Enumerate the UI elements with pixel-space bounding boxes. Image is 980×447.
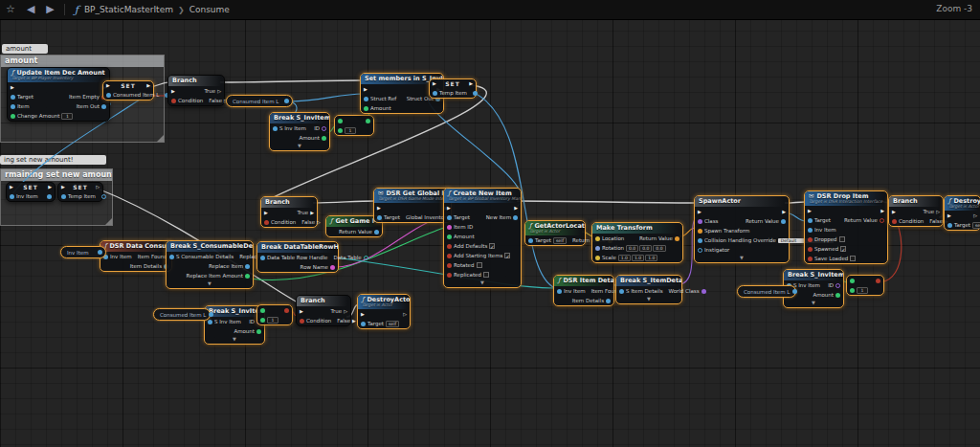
chevron-down-icon[interactable]: ▼	[444, 279, 521, 287]
data-pin[interactable]	[101, 104, 106, 109]
exec-in-pin[interactable]: ▶	[892, 210, 896, 214]
data-pin[interactable]	[835, 283, 840, 288]
pin-value-box[interactable]: 1.0	[632, 255, 644, 261]
pin[interactable]: ▷	[973, 213, 977, 218]
pin[interactable]: ▶	[300, 309, 303, 314]
exec-out-pin[interactable]: ▶	[469, 81, 473, 86]
data-pin[interactable]	[208, 320, 212, 324]
pin-rotation[interactable]: Rotation0.00.00.0	[595, 245, 666, 252]
node-destroy-actor-1[interactable]: ƒDestroyActorTarget is Actor▶▷Targetself	[944, 195, 980, 231]
pin[interactable]: ▶	[264, 211, 268, 215]
exec-out-pin[interactable]: ▷	[936, 210, 940, 214]
chevron-down-icon[interactable]: ▼	[695, 255, 789, 262]
data-pin[interactable]	[876, 279, 880, 283]
pin-value-box[interactable]: 1	[267, 317, 278, 324]
pin-temp-item[interactable]: Temp Item	[61, 193, 96, 199]
pin[interactable]: ▶	[880, 209, 884, 213]
data-pin[interactable]	[850, 288, 855, 293]
pin-checkbox[interactable]	[477, 262, 482, 268]
data-pin[interactable]	[447, 235, 452, 239]
pin-true[interactable]: ▶True	[297, 210, 314, 215]
data-pin[interactable]	[557, 289, 562, 294]
node-branch-2[interactable]: Branch▶▶TrueCondition▷False	[260, 196, 318, 228]
pin-temp-item[interactable]: Temp Item	[433, 90, 467, 96]
pin[interactable]: ▶	[514, 206, 518, 211]
pin[interactable]: ▶	[808, 209, 812, 213]
pin-condition[interactable]: Condition	[892, 218, 924, 224]
data-pin[interactable]	[850, 279, 855, 283]
pin-new-item[interactable]: New Item	[486, 214, 518, 220]
pin[interactable]: ▶	[146, 83, 150, 88]
data-pin[interactable]	[892, 219, 897, 224]
data-pin[interactable]	[675, 236, 679, 241]
pin-s-inv-item[interactable]: S Inv Item	[208, 319, 241, 324]
pin-amount[interactable]: Amount	[813, 292, 840, 298]
data-pin[interactable]	[260, 256, 265, 260]
exec-in-pin[interactable]: ▶	[808, 209, 812, 213]
data-pin[interactable]	[11, 95, 15, 100]
pin-amount[interactable]: Amount	[234, 328, 261, 334]
data-pin[interactable]	[447, 263, 452, 268]
data-pin[interactable]	[595, 246, 600, 251]
exec-in-pin[interactable]: ▶	[11, 85, 14, 90]
pin-item-details[interactable]: Item Details	[572, 298, 611, 303]
data-pin[interactable]	[377, 215, 382, 220]
pin[interactable]: ▶	[11, 85, 14, 90]
pin-value-box[interactable]: self	[386, 321, 399, 327]
pin-spawned[interactable]: Spawned✓	[808, 246, 846, 252]
data-pin[interactable]	[245, 264, 250, 269]
pin-condition[interactable]: Condition	[264, 219, 296, 225]
pin-target[interactable]: Targetself	[528, 237, 567, 244]
node-get-actor-location[interactable]: ƒGetActorLocationTarget is ActorTargetse…	[524, 220, 586, 246]
pin-replace-item[interactable]: Replace Item	[209, 263, 250, 269]
exec-in-pin[interactable]: ▶	[61, 185, 65, 190]
pin-value-box[interactable]: 0.0	[639, 245, 652, 252]
exec-in-pin[interactable]: ▶	[947, 213, 951, 218]
exec-out-pin[interactable]: ▶	[310, 211, 314, 215]
exec-in-pin[interactable]: ▶	[361, 312, 365, 317]
pin-target[interactable]: Targetself	[361, 321, 399, 327]
exec-out-pin[interactable]: ▶	[514, 206, 518, 211]
pin[interactable]	[473, 91, 478, 96]
exec-out-pin[interactable]: ▶	[782, 210, 786, 214]
pin-amount[interactable]: Amount	[299, 135, 326, 141]
chevron-down-icon[interactable]: ▼	[270, 143, 329, 150]
pin[interactable]: ▶	[10, 185, 13, 190]
pin-condition[interactable]: Condition	[171, 98, 203, 103]
pin-row-name[interactable]: Row Name	[301, 264, 335, 270]
node-set-consumed-item[interactable]: ▶SET▶Consumed Item L	[102, 80, 154, 101]
exec-in-pin[interactable]: ▶	[106, 83, 110, 88]
exec-in-pin[interactable]: ▶	[698, 210, 702, 214]
pin[interactable]: 1	[850, 287, 868, 294]
data-pin[interactable]	[245, 274, 250, 279]
node-dsr-data-consumable-details[interactable]: ƒDSR Data Consumable DetailsInv ItemItem…	[100, 240, 172, 272]
data-pin[interactable]	[698, 219, 702, 224]
data-pin[interactable]	[338, 119, 343, 123]
node-set-temp-item-top[interactable]: ▶SET▶Temp Item	[429, 78, 477, 99]
pin-target[interactable]: Target	[11, 94, 33, 100]
data-pin[interactable]	[835, 293, 840, 298]
pin-spawn-transform[interactable]: Spawn Transform	[698, 228, 749, 234]
node-break-consumabledetails[interactable]: Break S_ConsumableDetailsS Consumable De…	[166, 240, 254, 289]
data-pin[interactable]	[781, 219, 786, 224]
node-dsr-item-details[interactable]: ƒDSR Item DetailsInv ItemItem FoundItem …	[553, 275, 614, 306]
chevron-down-icon[interactable]: ▼	[167, 280, 253, 288]
variable-pill-consumed-item-1[interactable]: Consumed Item L	[226, 95, 293, 107]
exec-in-pin[interactable]: ▶	[364, 87, 368, 92]
pin[interactable]: ▶	[364, 87, 368, 92]
pin[interactable]: ▶	[61, 185, 65, 190]
chevron-down-icon[interactable]: ▼	[616, 296, 681, 303]
exec-out-pin[interactable]: ▷	[96, 185, 100, 190]
pin[interactable]: ▶	[469, 81, 473, 86]
data-pin[interactable]	[374, 230, 379, 235]
data-pin[interactable]	[433, 91, 437, 96]
data-pin[interactable]	[947, 223, 952, 228]
node-set-inv-item[interactable]: ▶SET▶Inv Item	[6, 182, 56, 202]
data-pin[interactable]	[10, 194, 14, 199]
pin-inv-item[interactable]: Inv Item	[103, 254, 132, 259]
pin[interactable]: ▶	[447, 206, 451, 211]
data-pin[interactable]	[595, 256, 600, 260]
pin-add-defaults[interactable]: Add Defaults✓	[447, 243, 495, 249]
node-set-temp-item-2[interactable]: ▶SET▷Temp Item	[57, 182, 103, 202]
pin-dropped[interactable]: Dropped	[808, 236, 845, 242]
